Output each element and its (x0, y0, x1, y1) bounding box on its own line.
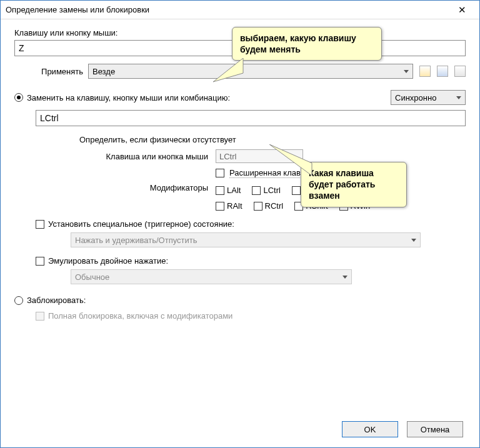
sync-select-value: Синхронно (395, 93, 436, 102)
replace-key-field[interactable] (36, 110, 466, 126)
modifiers-label: Модификаторы (79, 183, 211, 192)
mod-lshift-checkbox[interactable] (292, 186, 301, 195)
emulate-checkbox[interactable] (36, 257, 44, 266)
cancel-label: Отмена (421, 425, 450, 434)
mod-lalt-label: LAlt (227, 186, 241, 195)
mod-lctrl-checkbox[interactable] (252, 186, 261, 195)
mod-lalt-checkbox[interactable] (216, 186, 224, 195)
block-radio-label: Заблокировать: (27, 296, 86, 305)
svg-marker-0 (213, 58, 243, 82)
replace-radio[interactable] (14, 93, 23, 102)
close-button[interactable]: ✕ (449, 1, 474, 19)
emulate-select-value: Обычное (75, 272, 109, 282)
mod-lctrl-label: LCtrl (263, 186, 280, 195)
apply-select-value: Везде (92, 67, 115, 76)
trigger-row: Установить специальное (триггерное) сост… (36, 219, 466, 229)
callout-1-text: выбираем, какую клавишу будем менять (240, 33, 356, 54)
mod-ralt-label: RAlt (227, 201, 242, 211)
apply-label: Применять (14, 67, 83, 76)
physical-key-label: Клавиша или кнопка мыши (79, 152, 211, 161)
mod-rctrl-label: RCtrl (265, 201, 284, 211)
extended-key-checkbox[interactable] (216, 169, 224, 177)
trigger-checkbox[interactable] (36, 220, 44, 229)
delete-icon[interactable] (454, 66, 466, 77)
open-icon[interactable] (437, 66, 448, 77)
fullblock-label: Полная блокировка, включая с модификатор… (48, 311, 232, 321)
define-group-label: Определить, если физически отсутствует (79, 135, 466, 144)
sync-select[interactable]: Синхронно (391, 90, 466, 105)
cancel-button[interactable]: Отмена (407, 421, 463, 437)
window-title: Определение замены или блокировки (6, 5, 449, 14)
ok-label: OK (364, 425, 376, 434)
content-area: Клавишу или кнопку мыши: Применять Везде… (1, 19, 479, 327)
fullblock-checkbox (36, 312, 44, 321)
mod-rctrl-checkbox[interactable] (254, 202, 262, 211)
block-radio-row: Заблокировать: (14, 296, 466, 305)
dialog-window: Определение замены или блокировки ✕ Клав… (0, 0, 480, 448)
emulate-select: Обычное (71, 269, 352, 284)
titlebar: Определение замены или блокировки ✕ (1, 1, 479, 19)
callout-2: Какая клавиша будет работать взамен (301, 162, 407, 207)
callout-1: выбираем, какую клавишу будем менять (232, 27, 382, 61)
dialog-buttons: OK Отмена (342, 421, 463, 437)
trigger-select: Нажать и удерживать/Отпустить (71, 232, 421, 247)
trigger-label: Установить специальное (триггерное) сост… (48, 219, 234, 229)
svg-marker-1 (269, 144, 312, 176)
callout-2-tail (269, 144, 313, 176)
emulate-row: Эмулировать двойное нажатие: (36, 256, 466, 266)
replace-radio-label: Заменить на клавишу, кнопку мыши или ком… (27, 93, 387, 102)
modifiers-row1: Модификаторы LAlt LCtrl LShift LWin RAlt… (79, 183, 466, 211)
callout-1-tail (213, 58, 244, 83)
block-radio[interactable] (14, 296, 23, 305)
emulate-label: Эмулировать двойное нажатие: (48, 256, 168, 266)
mod-ralt-checkbox[interactable] (216, 202, 224, 211)
trigger-select-value: Нажать и удерживать/Отпустить (75, 236, 198, 245)
new-icon[interactable] (419, 66, 431, 77)
replace-radio-row: Заменить на клавишу, кнопку мыши или ком… (14, 90, 466, 105)
apply-select[interactable]: Везде (88, 64, 413, 79)
callout-2-text: Какая клавиша будет работать взамен (309, 168, 375, 201)
fullblock-row: Полная блокировка, включая с модификатор… (36, 311, 466, 321)
ok-button[interactable]: OK (342, 421, 398, 437)
